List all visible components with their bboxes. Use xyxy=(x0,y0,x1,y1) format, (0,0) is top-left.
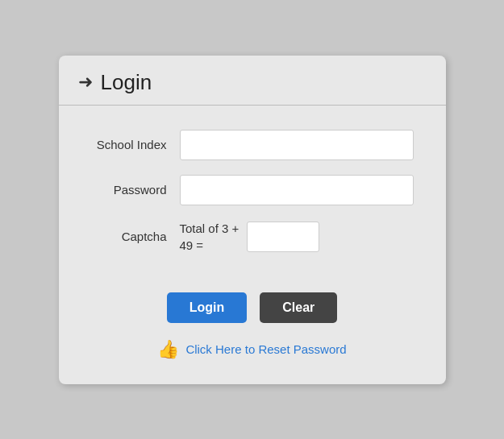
school-index-row: School Index xyxy=(91,130,414,160)
divider xyxy=(59,105,446,106)
button-row: Login Clear xyxy=(59,292,446,323)
password-label: Password xyxy=(91,182,180,198)
captcha-expression2: 49 = xyxy=(180,238,204,252)
password-input[interactable] xyxy=(180,175,414,205)
captcha-row: Captcha Total of 3 + 49 = xyxy=(91,220,414,254)
thumbs-up-icon: 👍 xyxy=(157,339,179,360)
password-row: Password xyxy=(91,175,414,205)
reset-link-row: 👍 Click Here to Reset Password xyxy=(59,339,446,360)
form-area: School Index Password Captcha Total of 3… xyxy=(59,122,446,284)
page-title: Login xyxy=(101,70,152,95)
captcha-input[interactable] xyxy=(247,222,319,252)
login-button[interactable]: Login xyxy=(167,292,248,323)
school-index-input[interactable] xyxy=(180,130,414,160)
card-header: ➜ Login xyxy=(59,56,446,105)
captcha-label: Captcha xyxy=(91,229,180,245)
captcha-expression: Total of 3 + xyxy=(180,222,240,235)
captcha-text: Total of 3 + 49 = xyxy=(180,220,240,254)
clear-button[interactable]: Clear xyxy=(260,292,337,323)
school-index-label: School Index xyxy=(91,137,180,153)
login-icon: ➜ xyxy=(78,72,93,93)
login-card: ➜ Login School Index Password Captcha To… xyxy=(59,56,446,384)
reset-password-link[interactable]: Click Here to Reset Password xyxy=(185,342,346,356)
captcha-area: Total of 3 + 49 = xyxy=(180,220,414,254)
